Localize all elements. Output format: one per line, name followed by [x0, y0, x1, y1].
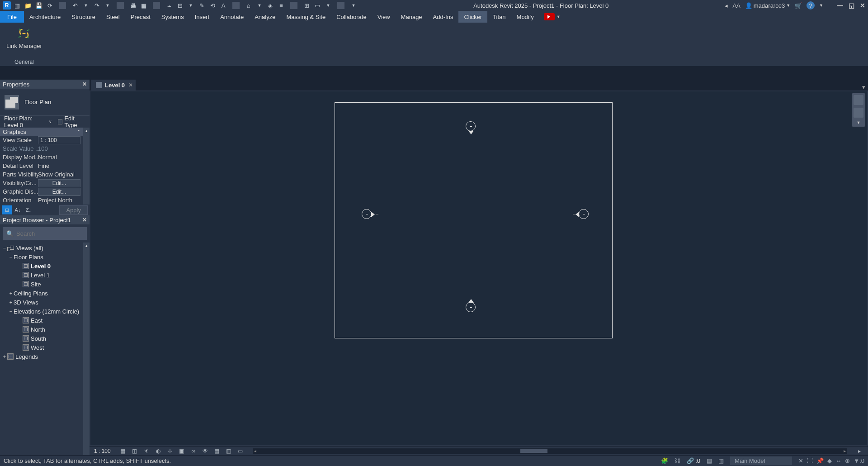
chevron-down-icon[interactable]: ▼	[325, 2, 332, 9]
worksharing-display-icon[interactable]: ▥	[225, 448, 233, 454]
menu-structure[interactable]: Structure	[66, 11, 101, 23]
minimize-icon[interactable]: —	[837, 2, 843, 9]
design-options2-icon[interactable]: ▥	[718, 457, 724, 464]
close-icon[interactable]: ✕	[82, 81, 87, 87]
qat-open-icon[interactable]: ▥	[14, 2, 21, 9]
view-scale-input[interactable]: 1 : 100	[38, 136, 80, 144]
chevron-down-icon[interactable]: ▼	[857, 120, 861, 125]
qat-folder-icon[interactable]: 📁	[24, 2, 32, 9]
tree-east[interactable]: East	[0, 316, 83, 325]
chevron-down-icon[interactable]: ▼	[82, 2, 90, 9]
properties-scrollbar[interactable]: ▴	[83, 128, 90, 204]
tree-ceiling[interactable]: +Ceiling Plans	[0, 289, 83, 298]
scroll-up-icon[interactable]: ▴	[83, 243, 90, 249]
menu-modify[interactable]: Modify	[511, 11, 539, 23]
qat-dim-icon[interactable]: ⊟	[176, 2, 184, 9]
menu-file[interactable]: File	[0, 11, 24, 23]
temp-hide-icon[interactable]: 👁	[201, 448, 209, 454]
scroll-up-icon[interactable]: ▴	[83, 128, 90, 134]
lock-icon[interactable]: ∞	[189, 448, 198, 454]
display-mode-value[interactable]: Normal	[38, 154, 80, 161]
qat-tag-icon[interactable]: ✎	[198, 2, 205, 9]
menu-systems[interactable]: Systems	[156, 11, 189, 23]
select-pinned-icon[interactable]: 📌	[816, 457, 824, 464]
help-icon[interactable]: ?	[807, 1, 815, 10]
sun-path-icon[interactable]: ☀	[142, 448, 151, 454]
link-manager-button[interactable]: Link Manager	[6, 25, 42, 49]
revit-logo-icon[interactable]: R	[3, 1, 11, 10]
visual-style-icon[interactable]: ◫	[131, 448, 139, 454]
qat-rotate-icon[interactable]: ⟲	[209, 2, 216, 9]
qat-redo-icon[interactable]: ↷	[93, 2, 100, 9]
close-icon[interactable]: ✕	[82, 217, 87, 223]
crop-show-icon[interactable]: ▣	[178, 448, 186, 454]
zoom-icon[interactable]	[854, 108, 863, 118]
youtube-icon[interactable]	[544, 13, 555, 20]
elevation-marker-west[interactable]	[362, 209, 372, 219]
background-icon[interactable]: ⊕	[845, 457, 850, 464]
menu-architecture[interactable]: Architecture	[24, 11, 66, 23]
chevron-down-icon[interactable]: ▼	[256, 2, 263, 9]
type-selector[interactable]: Floor Plan	[0, 89, 90, 116]
editable-only-icon[interactable]: ⛓	[675, 457, 680, 464]
elevation-marker-east[interactable]	[579, 209, 589, 219]
qat-text-icon[interactable]: A	[220, 2, 227, 9]
horizontal-scrollbar[interactable]: ◂▸	[253, 448, 847, 454]
view-tab-level0[interactable]: Level 0 ✕	[91, 80, 136, 90]
qat-thin-icon[interactable]: ≡	[278, 2, 285, 9]
view-scale-button[interactable]: 1 : 100	[94, 448, 111, 454]
browser-header[interactable]: Project Browser - Project1 ✕	[0, 215, 90, 224]
tree-level0[interactable]: Level 0	[0, 262, 83, 271]
browser-search[interactable]: 🔍	[3, 227, 87, 240]
menu-precast[interactable]: Precast	[125, 11, 156, 23]
close-icon[interactable]: ✕	[128, 82, 133, 88]
elevation-marker-south[interactable]	[466, 302, 476, 312]
design-options-icon[interactable]: ▤	[707, 457, 712, 464]
parts-visibility-value[interactable]: Show Original	[38, 171, 80, 178]
search-input[interactable]	[16, 230, 92, 237]
crop-icon[interactable]: ⊹	[166, 448, 174, 454]
constraints-icon[interactable]: ▭	[236, 448, 245, 454]
menu-collaborate[interactable]: Collaborate	[331, 11, 372, 23]
tree-views[interactable]: −Views (all)	[0, 243, 83, 252]
menu-titan[interactable]: Titan	[487, 11, 511, 23]
filter-icon[interactable]: ▼:0	[854, 457, 864, 464]
drag-elements-icon[interactable]: ↔	[835, 457, 841, 464]
orientation-value[interactable]: Project North	[38, 197, 80, 204]
selection-count[interactable]: 🔗:0	[687, 457, 700, 464]
worksharing-icon[interactable]: AA	[732, 2, 740, 9]
workset-icon[interactable]: 🧩	[661, 457, 668, 464]
sort-desc-icon[interactable]: Z↓	[24, 205, 33, 214]
tree-site[interactable]: Site	[0, 280, 83, 289]
elevation-marker-north[interactable]	[466, 121, 476, 131]
chevron-down-icon[interactable]: ▼	[350, 2, 357, 9]
menu-addins[interactable]: Add-Ins	[428, 11, 459, 23]
drawing-canvas[interactable]: ▼	[90, 91, 867, 445]
reveal-icon[interactable]: ▤	[213, 448, 221, 454]
menu-view[interactable]: View	[372, 11, 396, 23]
sort-asc-icon[interactable]: A↓	[13, 205, 23, 214]
vg-edit-button[interactable]: Edit...	[38, 179, 80, 187]
tree-elevations[interactable]: −Elevations (12mm Circle)	[0, 307, 83, 316]
cart-icon[interactable]: 🛒	[795, 2, 802, 9]
qat-save-icon[interactable]: 💾	[35, 2, 42, 9]
qat-sync-icon[interactable]: ⟳	[46, 2, 53, 9]
qat-home-icon[interactable]: ⌂	[245, 2, 252, 9]
chevron-down-icon[interactable]: ▼	[187, 2, 194, 9]
props-tool-icon[interactable]: ⊞	[2, 205, 12, 214]
tree-3d[interactable]: +3D Views	[0, 298, 83, 307]
select-links-icon[interactable]: ✕	[798, 457, 803, 464]
tree-level1[interactable]: Level 1	[0, 271, 83, 280]
chevron-down-icon[interactable]: ▼	[557, 14, 561, 19]
edit-type-button[interactable]: Edit Type	[56, 114, 88, 129]
properties-header[interactable]: Properties ✕	[0, 80, 90, 89]
menu-analyze[interactable]: Analyze	[249, 11, 281, 23]
tree-floor-plans[interactable]: −Floor Plans	[0, 252, 83, 262]
apply-button[interactable]: Apply	[59, 205, 88, 215]
qat-align-icon[interactable]: ⫠	[165, 2, 173, 9]
full-nav-icon[interactable]	[854, 95, 863, 105]
select-face-icon[interactable]: ◆	[827, 457, 832, 464]
shadows-icon[interactable]: ◐	[154, 448, 162, 454]
menu-manage[interactable]: Manage	[396, 11, 428, 23]
scroll-end-icon[interactable]: ▸	[855, 448, 863, 454]
